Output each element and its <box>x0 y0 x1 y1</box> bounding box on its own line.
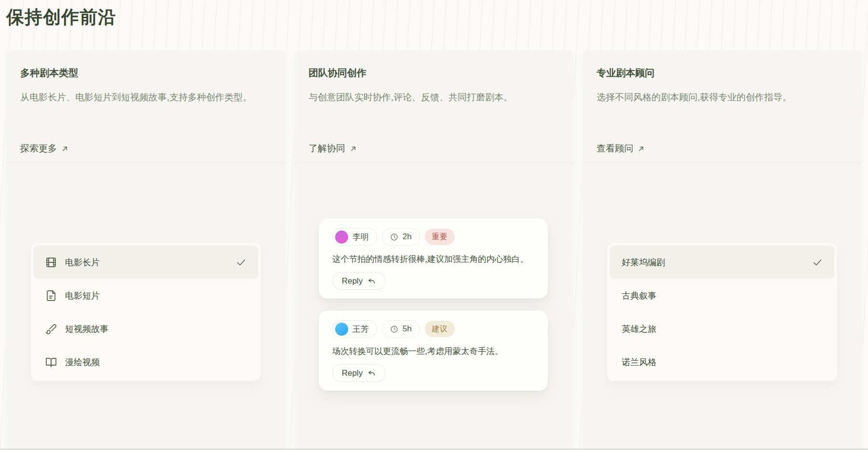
script-types-demo: 电影长片电影短片短视频故事漫绘视频 <box>6 163 286 450</box>
author-chip: 李明 <box>332 228 377 245</box>
clock-icon <box>390 325 398 333</box>
list-item[interactable]: 短视频故事 <box>33 312 258 345</box>
list-item[interactable]: 好莱坞编剧 <box>610 245 835 279</box>
list-item[interactable]: 诺兰风格 <box>610 345 835 379</box>
comment-meta-row: 王芳 5h 建议 <box>332 320 535 338</box>
list-item-label: 漫绘视频 <box>65 356 100 368</box>
card-heading: 专业剧本顾问 <box>597 67 848 80</box>
card-advisors: 专业剧本顾问 选择不同风格的剧本顾问,获得专业的创作指导。 查看顾问 好莱坞编剧… <box>582 50 862 450</box>
advisor-list: 好莱坞编剧古典叙事英雄之旅诺兰风格 <box>607 243 837 381</box>
author-name: 王芳 <box>353 324 369 335</box>
learn-collaboration-link[interactable]: 了解协同 <box>309 142 357 155</box>
card-script-types: 多种剧本类型 从电影长片、电影短片到短视频故事,支持多种创作类型。 探索更多 电… <box>6 50 286 450</box>
list-item[interactable]: 漫绘视频 <box>33 345 258 379</box>
document-icon <box>45 290 57 301</box>
author-chip: 王芳 <box>332 320 377 338</box>
comment-card: 王芳 5h 建议 场次转换可以更流畅一些,考虑用蒙太奇手法。 Reply <box>319 311 548 391</box>
author-name: 李明 <box>353 232 369 243</box>
book-icon <box>45 356 57 368</box>
card-description: 与创意团队实时协作,评论、反馈、共同打磨剧本。 <box>309 89 560 106</box>
script-type-list: 电影长片电影短片短视频故事漫绘视频 <box>31 243 261 381</box>
collaboration-demo: 李明 2h 重要 这个节拍的情感转折很棒,建议加强主角的内心独白。 Reply … <box>294 163 574 450</box>
link-label: 了解协同 <box>309 142 345 155</box>
list-item-label: 古典叙事 <box>622 290 656 301</box>
reply-label: Reply <box>342 368 363 378</box>
comment-text: 这个节拍的情感转折很棒,建议加强主角的内心独白。 <box>332 251 535 267</box>
feature-cards: 多种剧本类型 从电影长片、电影短片到短视频故事,支持多种创作类型。 探索更多 电… <box>6 50 862 450</box>
list-item-label: 短视频故事 <box>65 323 108 335</box>
list-item[interactable]: 电影短片 <box>33 279 258 312</box>
page-title: 保持创作前沿 <box>6 7 868 28</box>
timestamp-chip: 2h <box>382 228 420 245</box>
explore-more-link[interactable]: 探索更多 <box>20 142 68 155</box>
arrow-up-right-icon <box>350 145 357 152</box>
film-icon <box>45 257 57 268</box>
avatar <box>335 231 348 244</box>
timestamp: 2h <box>403 232 412 242</box>
comment-text: 场次转换可以更流畅一些,考虑用蒙太奇手法。 <box>332 343 535 359</box>
card-advisors-header: 专业剧本顾问 选择不同风格的剧本顾问,获得专业的创作指导。 查看顾问 <box>582 50 862 163</box>
card-description: 选择不同风格的剧本顾问,获得专业的创作指导。 <box>597 89 848 106</box>
timestamp: 5h <box>403 324 412 334</box>
avatar <box>335 323 348 336</box>
reply-icon <box>367 369 376 378</box>
card-collaboration: 团队协同创作 与创意团队实时协作,评论、反馈、共同打磨剧本。 了解协同 李明 2… <box>294 50 574 450</box>
list-item[interactable]: 电影长片 <box>33 245 258 279</box>
card-heading: 多种剧本类型 <box>20 67 271 80</box>
list-item-label: 电影长片 <box>65 257 100 268</box>
reply-label: Reply <box>342 276 363 286</box>
brush-icon <box>45 323 57 335</box>
card-description: 从电影长片、电影短片到短视频故事,支持多种创作类型。 <box>20 89 271 106</box>
clock-icon <box>390 233 398 241</box>
advisors-demo: 好莱坞编剧古典叙事英雄之旅诺兰风格 <box>582 163 862 450</box>
timestamp-chip: 5h <box>382 320 420 338</box>
card-script-types-header: 多种剧本类型 从电影长片、电影短片到短视频故事,支持多种创作类型。 探索更多 <box>6 50 286 163</box>
card-collaboration-header: 团队协同创作 与创意团队实时协作,评论、反馈、共同打磨剧本。 了解协同 <box>294 50 574 163</box>
reply-icon <box>367 277 376 286</box>
list-item-label: 英雄之旅 <box>622 323 656 335</box>
comment-list: 李明 2h 重要 这个节拍的情感转折很棒,建议加强主角的内心独白。 Reply … <box>319 218 548 391</box>
check-icon <box>812 257 823 268</box>
link-label: 探索更多 <box>20 142 57 155</box>
arrow-up-right-icon <box>61 145 68 152</box>
comment-card: 李明 2h 重要 这个节拍的情感转折很棒,建议加强主角的内心独白。 Reply <box>319 218 548 299</box>
link-label: 查看顾问 <box>597 142 633 155</box>
status-badge: 重要 <box>425 229 455 245</box>
check-icon <box>236 257 246 268</box>
status-badge: 建议 <box>425 321 455 337</box>
list-item[interactable]: 英雄之旅 <box>610 312 835 345</box>
list-item-label: 诺兰风格 <box>622 356 656 368</box>
reply-button[interactable]: Reply <box>332 272 386 290</box>
arrow-up-right-icon <box>637 145 645 152</box>
list-item-label: 好莱坞编剧 <box>622 257 665 268</box>
view-advisors-link[interactable]: 查看顾问 <box>597 142 645 155</box>
list-item[interactable]: 古典叙事 <box>610 279 835 312</box>
list-item-label: 电影短片 <box>65 290 100 301</box>
reply-button[interactable]: Reply <box>332 364 386 382</box>
comment-meta-row: 李明 2h 重要 <box>332 228 535 245</box>
card-heading: 团队协同创作 <box>309 67 560 80</box>
